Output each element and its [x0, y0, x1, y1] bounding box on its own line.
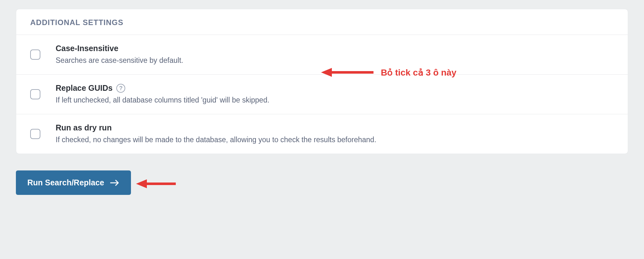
setting-text: Replace GUIDs ? If left unchecked, all d… — [56, 83, 614, 104]
setting-row-replace-guids: Replace GUIDs ? If left unchecked, all d… — [16, 75, 628, 114]
additional-settings-card: ADDITIONAL SETTINGS Case-Insensitive Sea… — [16, 9, 628, 154]
setting-title-label: Case-Insensitive — [56, 44, 118, 53]
arrow-left-icon — [136, 177, 177, 190]
setting-row-case-insensitive: Case-Insensitive Searches are case-sensi… — [16, 35, 628, 75]
setting-title: Run as dry run — [56, 123, 614, 132]
replace-guids-checkbox[interactable] — [30, 89, 40, 99]
checkbox-wrap — [30, 44, 56, 60]
annotation-run-button — [136, 177, 177, 190]
checkbox-wrap — [30, 123, 56, 139]
setting-text: Run as dry run If checked, no changes wi… — [56, 123, 614, 144]
setting-description: If left unchecked, all database columns … — [56, 96, 614, 104]
card-title: ADDITIONAL SETTINGS — [30, 18, 614, 27]
case-insensitive-checkbox[interactable] — [30, 50, 40, 60]
help-icon[interactable]: ? — [116, 84, 125, 93]
setting-description: Searches are case-sensitive by default. — [56, 56, 614, 65]
dry-run-checkbox[interactable] — [30, 129, 40, 139]
svg-marker-3 — [136, 179, 147, 188]
run-search-replace-button[interactable]: Run Search/Replace — [16, 170, 131, 195]
setting-title: Replace GUIDs ? — [56, 83, 614, 93]
setting-title-label: Replace GUIDs — [56, 83, 113, 93]
setting-title-label: Run as dry run — [56, 123, 112, 132]
setting-title: Case-Insensitive — [56, 44, 614, 53]
setting-text: Case-Insensitive Searches are case-sensi… — [56, 44, 614, 65]
setting-description: If checked, no changes will be made to t… — [56, 136, 614, 144]
checkbox-wrap — [30, 83, 56, 99]
arrow-right-icon — [110, 179, 120, 187]
setting-row-dry-run: Run as dry run If checked, no changes wi… — [16, 114, 628, 154]
card-header: ADDITIONAL SETTINGS — [16, 9, 628, 35]
run-button-label: Run Search/Replace — [27, 178, 104, 187]
